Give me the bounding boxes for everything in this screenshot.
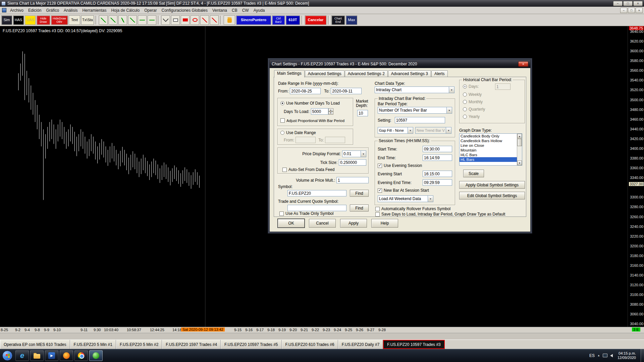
bar-period-type-combo[interactable]: Number Of Trades Per Bar ▼ bbox=[378, 107, 452, 114]
range-from-input[interactable] bbox=[296, 137, 316, 143]
trendline-tool-button[interactable] bbox=[99, 15, 108, 25]
media-player-taskbar-button[interactable]: ▶ bbox=[45, 350, 58, 361]
toolbar-button-text[interactable]: Text bbox=[69, 15, 80, 25]
menu-operar[interactable]: Operar bbox=[142, 7, 159, 13]
toolbar-button-tx-sta[interactable]: Tx\Sta bbox=[81, 15, 94, 25]
chart-tab-f-us-epz20-5-min-1[interactable]: F.US.EPZ20 5 Min #1 bbox=[70, 340, 116, 349]
ok-button[interactable]: OK bbox=[278, 219, 305, 228]
menu-configuraciones-globales[interactable]: Configuraciones Globales bbox=[159, 7, 210, 13]
trade-only-checkbox[interactable]: Use As Trade Only Symbol bbox=[279, 211, 333, 216]
symbol-find-button[interactable]: Find bbox=[350, 190, 369, 197]
chart-data-type-combo[interactable]: Intraday Chart ▼ bbox=[375, 86, 454, 93]
graph-draw-option-candlestick-body-only[interactable]: Candlestick Body Only bbox=[460, 134, 517, 138]
mdi-close-button[interactable]: × bbox=[636, 8, 643, 13]
show-desktop-button[interactable] bbox=[641, 349, 644, 362]
use-date-range-radio[interactable]: Use Date Range bbox=[280, 130, 316, 135]
display-tray-icon[interactable] bbox=[603, 354, 607, 357]
toolbar-button-sincropuntero[interactable]: SincroPuntero bbox=[236, 15, 271, 25]
historical-monthly-radio[interactable]: Monthly bbox=[463, 100, 483, 104]
sierra-app-taskbar-button[interactable] bbox=[89, 350, 103, 361]
rollover-checkbox[interactable]: Automatically Rollover Futures Symbol bbox=[375, 206, 450, 211]
maximize-button[interactable]: □ bbox=[623, 1, 633, 6]
apply-button[interactable]: Apply bbox=[340, 219, 367, 228]
graph-draw-option-mountain[interactable]: Mountain bbox=[460, 148, 517, 153]
historical-yearly-radio[interactable]: Yearly bbox=[463, 114, 480, 119]
chart-tab-f-us-epz20-daily-7[interactable]: F.US.EPZ20 Daily #7 bbox=[338, 340, 383, 349]
chrome-taskbar-button[interactable] bbox=[74, 350, 88, 361]
dialog-titlebar[interactable]: Chart Settings - F.US.EPZ20 10597 Trades… bbox=[270, 60, 530, 68]
menu-ayuda[interactable]: Ayuda bbox=[251, 7, 267, 13]
historical-weekly-radio[interactable]: Weekly bbox=[463, 92, 482, 97]
toolbar-button-has[interactable]: HAS bbox=[13, 15, 24, 25]
chart-tab-f-us-epz20-10597-trades-5[interactable]: F.US.EPZ20 10597 Trades #5 bbox=[221, 340, 281, 349]
weekend-data-combo[interactable]: Load All Weekend Data ▼ bbox=[378, 195, 433, 202]
date-from-input[interactable] bbox=[290, 88, 321, 94]
toolbar-button-uas[interactable]: UAS bbox=[25, 15, 36, 25]
tray-chevron-icon[interactable]: ▲ bbox=[597, 354, 600, 357]
days-spinner[interactable]: ▲▼ bbox=[328, 108, 333, 115]
filled-rectangle-tool-button[interactable] bbox=[181, 15, 190, 25]
toolbar-button-chart-end[interactable]: Chart End bbox=[331, 15, 345, 25]
internet-explorer-taskbar-button[interactable]: e bbox=[15, 350, 29, 361]
graph-draw-option-line-on-close[interactable]: Line on Close bbox=[460, 143, 517, 148]
graph-draw-type-list[interactable]: Candlestick Body OnlyCandlestick Bars Ho… bbox=[459, 133, 522, 166]
evening-start-input[interactable] bbox=[423, 171, 452, 177]
menu-hoja-de-c-lculo[interactable]: Hoja de Cálculo bbox=[109, 7, 142, 13]
start-time-input[interactable] bbox=[423, 146, 452, 152]
tab-main-settings[interactable]: Main Settings bbox=[274, 70, 305, 77]
historical-days-input[interactable] bbox=[495, 83, 511, 90]
toolbar-button-max[interactable]: Max bbox=[346, 15, 357, 25]
toolbar-button-hidedraw-othr[interactable]: HideDraw Othr bbox=[51, 15, 68, 25]
horizontal-ray-tool-button[interactable] bbox=[148, 15, 156, 25]
language-indicator[interactable]: ES bbox=[589, 353, 595, 358]
days-to-load-input[interactable] bbox=[311, 108, 328, 115]
graph-draw-option-hlc-bars[interactable]: HLC Bars bbox=[460, 153, 517, 157]
red-arrow-tool-button[interactable] bbox=[210, 15, 219, 25]
ellipse-tool-button[interactable] bbox=[191, 15, 199, 25]
menu-cw[interactable]: CW bbox=[240, 7, 251, 13]
menu-cb[interactable]: CB bbox=[229, 7, 240, 13]
end-time-input[interactable] bbox=[423, 155, 452, 161]
market-depth-input[interactable] bbox=[357, 110, 368, 116]
save-defaults-checkbox[interactable]: Save Days to Load, Intraday Bar Period, … bbox=[375, 212, 505, 217]
gap-fill-combo[interactable]: Gap Fill - None ▼ bbox=[378, 127, 413, 134]
menu-archivo[interactable]: Archivo bbox=[8, 7, 26, 13]
rectangle-tool-button[interactable] bbox=[171, 15, 180, 25]
toolbar-button-sim[interactable]: Sim bbox=[1, 15, 12, 25]
toolbar-button-cancelar[interactable]: Cancelar bbox=[305, 15, 326, 25]
close-button[interactable]: × bbox=[633, 1, 643, 6]
toolbar-button-hide-draw[interactable]: Hide Draw bbox=[37, 15, 50, 25]
toolbar-button-ctrl-bar2[interactable]: Ctrl Bar2 bbox=[272, 15, 285, 25]
bar-period-setting-input[interactable] bbox=[395, 117, 445, 123]
menu-herramientas[interactable]: Herramientas bbox=[80, 7, 109, 13]
zigzag-tool-button[interactable] bbox=[161, 15, 170, 25]
list-scrollbar[interactable]: ▲ ▼ bbox=[517, 134, 522, 165]
evening-end-input[interactable] bbox=[423, 179, 452, 186]
graph-draw-option-candlestick-bars-hollow[interactable]: Candlestick Bars Hollow bbox=[460, 138, 517, 143]
new-bar-session-checkbox[interactable]: New Bar At Session Start bbox=[378, 188, 429, 193]
help-button[interactable]: Help bbox=[371, 219, 398, 228]
edit-global-button[interactable]: Edit Global Symbol Settings bbox=[459, 192, 525, 199]
date-to-input[interactable] bbox=[331, 88, 362, 94]
scroll-down-icon[interactable]: ▼ bbox=[517, 161, 522, 165]
trade-find-button[interactable]: Find bbox=[350, 204, 369, 212]
trade-symbol-input[interactable] bbox=[287, 205, 346, 211]
line-tool-button[interactable] bbox=[128, 15, 137, 25]
cancel-button[interactable]: Cancel bbox=[309, 219, 336, 228]
taskbar-clock[interactable]: 04:15 p.m. 12/09/2020 bbox=[615, 351, 638, 360]
mdi-restore-button[interactable]: □ bbox=[628, 8, 635, 13]
dialog-close-button[interactable]: × bbox=[518, 61, 528, 67]
menu-gr-fico[interactable]: Gráfico bbox=[44, 7, 61, 13]
tick-size-input[interactable] bbox=[339, 159, 366, 166]
new-trend-bar-combo[interactable]: New Trend Bar V ▼ bbox=[415, 127, 451, 134]
adjust-proportional-checkbox[interactable]: Adjust Proportional With Bar Period bbox=[280, 118, 344, 123]
orange-app-taskbar-button[interactable] bbox=[60, 350, 73, 361]
red-line-tool-button[interactable] bbox=[200, 15, 209, 25]
graph-draw-option-hl-bars[interactable]: HL Bars bbox=[460, 157, 517, 162]
autoset-checkbox[interactable]: Auto-Set From Data Feed bbox=[282, 167, 334, 172]
menu-edici-n[interactable]: Edición bbox=[26, 7, 44, 13]
historical-quarterly-radio[interactable]: Quarterly bbox=[463, 107, 485, 112]
volume-tray-icon[interactable] bbox=[610, 354, 613, 357]
use-days-radio[interactable]: Use Number Of Days To Load bbox=[280, 101, 340, 106]
scale-button[interactable]: Scale bbox=[463, 170, 484, 177]
